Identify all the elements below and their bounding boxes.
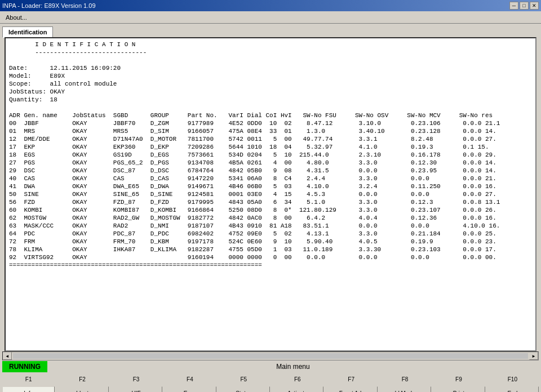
status-area: RUNNING Main menu bbox=[0, 360, 541, 373]
f5-label: F5 bbox=[218, 376, 270, 382]
f7-label: F7 bbox=[325, 376, 377, 382]
f5-status-button[interactable]: Status bbox=[218, 386, 270, 392]
f6-label: F6 bbox=[271, 376, 323, 382]
scroll-left-button[interactable]: ◄ bbox=[3, 352, 12, 360]
window-title: INPA - Loader: E89X Version 1.09 bbox=[2, 2, 96, 9]
menu-bar: About... bbox=[0, 11, 541, 24]
f3-uif-button[interactable]: UIF bbox=[110, 386, 162, 392]
title-bar: INPA - Loader: E89X Version 1.09 ─ □ ✕ bbox=[0, 0, 541, 11]
main-wrapper: I D E N T I F I C A T I O N ------------… bbox=[2, 37, 539, 351]
f6-activate-button[interactable]: Activate bbox=[271, 386, 323, 392]
f1-info-button[interactable]: Info bbox=[2, 386, 55, 392]
f4-error-button[interactable]: Error bbox=[163, 386, 216, 392]
about-menu-item[interactable]: About... bbox=[2, 13, 30, 22]
f4-label: F4 bbox=[163, 376, 216, 382]
f2-ident-button[interactable]: Ident bbox=[56, 386, 108, 392]
f9-print-button[interactable]: Print bbox=[432, 386, 485, 392]
f3-label: F3 bbox=[110, 376, 162, 382]
f1-label: F1 bbox=[2, 376, 55, 382]
horizontal-scroll-track[interactable] bbox=[13, 353, 528, 359]
maximize-button[interactable]: □ bbox=[520, 2, 529, 10]
scroll-right-button[interactable]: ► bbox=[529, 352, 538, 360]
identification-content: I D E N T I F I C A T I O N ------------… bbox=[9, 41, 532, 269]
main-content-area: I D E N T I F I C A T I O N ------------… bbox=[5, 37, 536, 351]
f7-funct-adr-button[interactable]: Funct Adr bbox=[325, 386, 377, 392]
minimize-button[interactable]: ─ bbox=[509, 2, 518, 10]
f9-label: F9 bbox=[432, 376, 485, 382]
running-status-badge: RUNNING bbox=[2, 361, 47, 372]
function-key-buttons-row: Info Ident UIF Error Status Activate Fun… bbox=[0, 385, 541, 392]
window-controls: ─ □ ✕ bbox=[509, 2, 539, 10]
function-key-labels-row: F1 F2 F3 F4 F5 F6 F7 F8 F9 F10 bbox=[0, 373, 541, 385]
identification-tab[interactable]: Identification bbox=[2, 26, 53, 38]
close-button[interactable]: ✕ bbox=[530, 2, 539, 10]
f8-label: F8 bbox=[379, 376, 431, 382]
f8-id-mode-button[interactable]: Id Mode bbox=[379, 386, 431, 392]
f10-label: F10 bbox=[486, 376, 539, 382]
f2-label: F2 bbox=[56, 376, 108, 382]
horizontal-scrollbar[interactable]: ◄ ► bbox=[2, 351, 539, 360]
main-menu-label: Main menu bbox=[47, 363, 539, 371]
tab-area: Identification bbox=[0, 24, 541, 37]
f10-end-button[interactable]: End bbox=[486, 386, 539, 392]
